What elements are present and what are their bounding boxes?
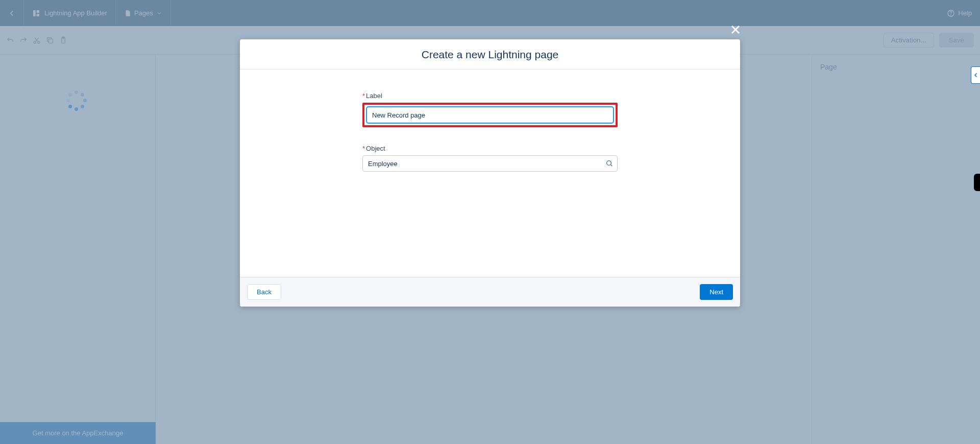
close-button[interactable] (729, 24, 742, 36)
modal-title: Create a new Lightning page (240, 49, 740, 61)
object-field-label: *Object (362, 145, 618, 152)
chevron-left-icon (973, 72, 979, 78)
object-field-row: *Object (362, 145, 618, 172)
modal-header: Create a new Lightning page (240, 39, 740, 69)
label-highlight (362, 103, 618, 127)
side-tab[interactable] (974, 174, 980, 191)
label-field-label: *Label (362, 92, 618, 100)
next-button[interactable]: Next (700, 284, 733, 300)
label-input[interactable] (366, 107, 614, 123)
modal-body: *Label *Object (240, 69, 740, 277)
close-icon (729, 24, 742, 36)
collapse-right-panel[interactable] (971, 66, 980, 84)
modal-footer: Back Next (240, 277, 740, 307)
object-lookup-input[interactable] (362, 155, 618, 172)
create-page-modal: Create a new Lightning page *Label *Obje… (240, 39, 740, 307)
search-icon[interactable] (605, 159, 614, 168)
svg-point-10 (607, 161, 611, 166)
required-marker: * (362, 145, 365, 152)
back-button[interactable]: Back (247, 284, 281, 300)
label-field-row: *Label (362, 92, 618, 127)
required-marker: * (362, 92, 365, 100)
